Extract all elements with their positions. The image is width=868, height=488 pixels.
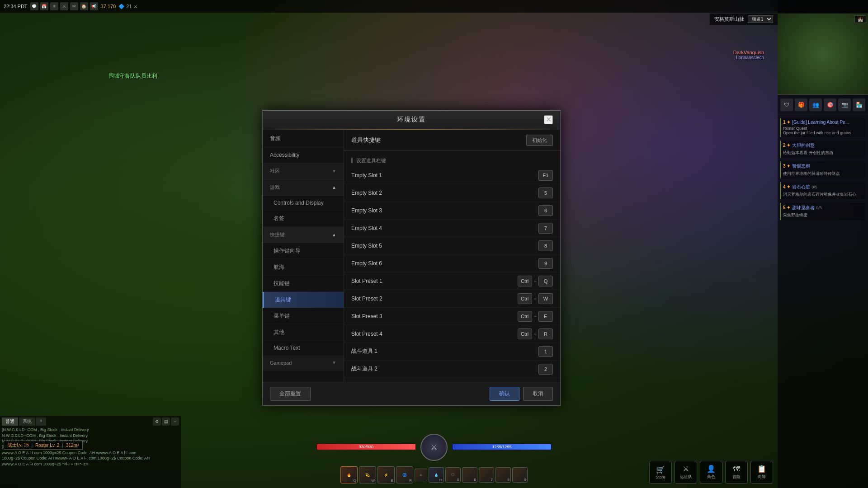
key-slots: 6 — [538, 205, 553, 216]
shortcut-arrow-icon: ▲ — [332, 232, 336, 237]
nav-item-audio[interactable]: 音频 — [263, 130, 344, 147]
nav-item-community[interactable]: 社区 ▼ — [263, 163, 344, 179]
keybind-slot-preset-1: Slot Preset 1 Ctrl + Q — [344, 272, 560, 290]
content-area: 道具快捷键 初始化 设置道具栏键 Empty Slot 1 F1 — [344, 130, 560, 382]
key-badge-ctrl-4[interactable]: Ctrl — [518, 328, 532, 339]
nav-item-game[interactable]: 游戏 ▲ — [263, 179, 344, 196]
keybind-empty-slot-6: Empty Slot 6 9 — [344, 255, 560, 272]
keybind-battle-item-1: 战斗道具 1 1 — [344, 343, 560, 361]
modal-footer: 全部重置 确认 取消 — [263, 382, 560, 405]
keybind-empty-slot-1: Empty Slot 1 F1 — [344, 167, 560, 184]
key-slots: Ctrl + Q — [518, 276, 553, 286]
nav-item-accessibility[interactable]: Accessibility — [263, 147, 344, 163]
key-badge-ctrl-1[interactable]: Ctrl — [518, 276, 532, 286]
keybind-empty-slot-5: Empty Slot 5 8 — [344, 237, 560, 255]
key-slots: Ctrl + E — [518, 311, 553, 322]
keybind-empty-slot-2: Empty Slot 2 5 — [344, 184, 560, 202]
key-badge-ctrl-2[interactable]: Ctrl — [518, 293, 532, 304]
community-arrow-icon: ▼ — [332, 169, 336, 174]
key-badge-ctrl-3[interactable]: Ctrl — [518, 311, 532, 322]
key-badge-r[interactable]: R — [538, 328, 553, 339]
key-slots: 9 — [538, 258, 553, 269]
key-badge-1[interactable]: 1 — [538, 346, 553, 357]
key-slots: 8 — [538, 240, 553, 251]
reset-all-button[interactable]: 全部重置 — [270, 387, 311, 401]
content-title: 道具快捷键 — [351, 136, 381, 144]
game-arrow-icon: ▲ — [332, 185, 336, 190]
nav-sub-macrotext[interactable]: Macro Text — [263, 341, 344, 356]
nav-sub-items[interactable]: 道具键 — [263, 292, 344, 308]
key-badge-9[interactable]: 9 — [538, 258, 553, 269]
nav-item-shortcut[interactable]: 快捷键 ▲ — [263, 227, 344, 243]
nav-sub-controls[interactable]: Controls and Display — [263, 196, 344, 211]
settings-modal: 环境设置 ✕ 音频 Accessibility 社区 ▼ — [262, 110, 561, 406]
modal-overlay: 环境设置 ✕ 音频 Accessibility 社区 ▼ — [0, 0, 868, 488]
key-badge-q[interactable]: Q — [538, 276, 553, 286]
key-badge-e[interactable]: E — [538, 311, 553, 322]
key-badge-f1[interactable]: F1 — [538, 170, 553, 181]
key-badge-6[interactable]: 6 — [538, 205, 553, 216]
key-slots: 5 — [538, 188, 553, 198]
nav-sub-other[interactable]: 其他 — [263, 324, 344, 341]
modal-header: 环境设置 ✕ — [263, 111, 560, 129]
nav-sub-nametag[interactable]: 名签 — [263, 211, 344, 227]
gamepad-arrow-icon: ▼ — [332, 360, 336, 365]
nav-sub-sailing[interactable]: 航海 — [263, 259, 344, 276]
section-label: 设置道具栏键 — [344, 155, 560, 167]
keybind-battle-item-2: 战斗道具 2 2 — [344, 361, 560, 378]
key-badge-5[interactable]: 5 — [538, 188, 553, 198]
keybind-slot-preset-4: Slot Preset 4 Ctrl + R — [344, 325, 560, 343]
keybind-list: 设置道具栏键 Empty Slot 1 F1 Empty Slot 2 5 — [344, 151, 560, 382]
modal-close-button[interactable]: ✕ — [544, 115, 553, 124]
keybind-slot-preset-2: Slot Preset 2 Ctrl + W — [344, 290, 560, 308]
keybind-empty-slot-3: Empty Slot 3 6 — [344, 202, 560, 220]
cancel-button[interactable]: 取消 — [523, 387, 553, 401]
key-slots: 7 — [538, 223, 553, 234]
nav-sub-operation[interactable]: 操作键向导 — [263, 243, 344, 259]
keybind-empty-slot-4: Empty Slot 4 7 — [344, 220, 560, 237]
key-slots: Ctrl + R — [518, 328, 553, 339]
keybind-slot-preset-3: Slot Preset 3 Ctrl + E — [344, 308, 560, 325]
key-badge-8[interactable]: 8 — [538, 240, 553, 251]
apply-button[interactable]: 确认 — [490, 387, 519, 401]
content-header: 道具快捷键 初始化 — [344, 130, 560, 151]
modal-body: 音频 Accessibility 社区 ▼ 游戏 ▲ Contr — [263, 130, 560, 382]
key-slots: F1 — [538, 170, 553, 181]
key-slots: 2 — [538, 364, 553, 375]
key-slots: 1 — [538, 346, 553, 357]
key-badge-7[interactable]: 7 — [538, 223, 553, 234]
nav-item-gamepad[interactable]: Gamepad ▼ — [263, 356, 344, 371]
nav-sub-menu[interactable]: 菜单键 — [263, 308, 344, 324]
reset-button[interactable]: 初始化 — [526, 135, 553, 146]
nav-sidebar: 音频 Accessibility 社区 ▼ 游戏 ▲ Contr — [263, 130, 344, 382]
key-badge-w[interactable]: W — [538, 293, 553, 304]
key-slots: Ctrl + W — [518, 293, 553, 304]
modal-title: 环境设置 — [279, 116, 544, 124]
nav-sub-skills[interactable]: 技能键 — [263, 276, 344, 292]
key-badge-2[interactable]: 2 — [538, 364, 553, 375]
